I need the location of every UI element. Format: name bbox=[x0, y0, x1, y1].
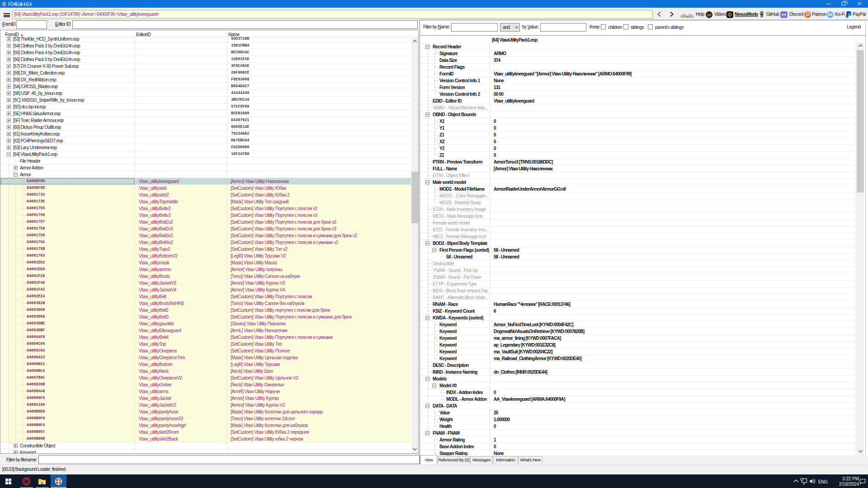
svg-text:GP: GP bbox=[707, 14, 711, 17]
